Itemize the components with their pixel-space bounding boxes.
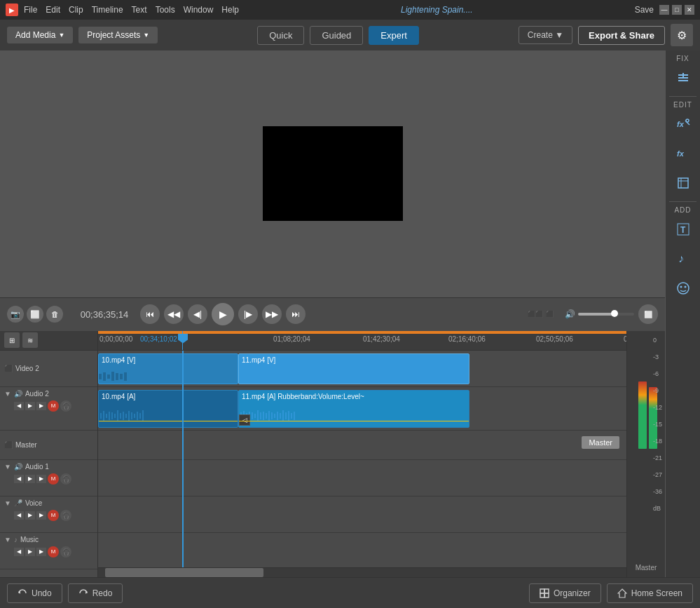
svg-rect-0	[99, 374, 102, 379]
add-emoji-button[interactable]	[671, 276, 696, 301]
music-headphone[interactable]: 🎧	[60, 546, 71, 558]
step-back-button[interactable]: ◀|	[188, 304, 207, 324]
clip-video2-1[interactable]: 10.mp4 [V]	[98, 353, 238, 384]
menu-window[interactable]: Window	[184, 5, 214, 15]
music-mute[interactable]: M	[48, 546, 59, 558]
menu-file[interactable]: File	[24, 5, 37, 15]
step-forward-button[interactable]: |▶	[238, 304, 258, 324]
rewind-button[interactable]: ◀◀	[164, 304, 184, 324]
volume-icon: 🔊	[565, 309, 575, 319]
ruler-time-1: 01;08;20;04	[273, 335, 310, 343]
save-button[interactable]: Save	[635, 5, 654, 15]
bottom-toolbar: Undo Redo Organizer Home Screen	[0, 577, 700, 608]
voice-headphone[interactable]: 🎧	[60, 510, 71, 521]
fullscreen-button[interactable]: ⬜	[638, 304, 658, 324]
home-screen-button[interactable]: Home Screen	[607, 583, 693, 603]
export-share-button[interactable]: Export & Share	[578, 26, 665, 45]
timeline-track-audio2: 10.mp4 [A]	[98, 387, 626, 431]
volume-slider[interactable]	[578, 313, 634, 316]
split-button[interactable]: ⬜	[27, 306, 43, 323]
right-panel: FIX EDIT fx fx ADD	[665, 50, 700, 577]
music-play[interactable]: ▶	[25, 548, 35, 556]
fast-forward-button[interactable]: ▶▶	[262, 304, 282, 324]
audio1-mute[interactable]: M	[48, 473, 59, 485]
organizer-button[interactable]: Organizer	[529, 583, 601, 603]
audio1-play[interactable]: ▶	[25, 475, 35, 483]
edit-fx-button-1[interactable]: fx	[671, 112, 696, 137]
preview-controls: 📷 ⬜ 🗑 00;36;35;14 ⏮ ◀◀ ◀| ▶ |▶ ▶▶ ⏭ ⬛⬛ ⬛…	[0, 297, 665, 331]
rubberband-handle[interactable]: ◁	[239, 414, 250, 426]
svg-rect-22	[142, 410, 144, 421]
menu-tools[interactable]: Tools	[156, 5, 175, 15]
clip-audio2-1[interactable]: 10.mp4 [A]	[98, 390, 238, 428]
add-text-button[interactable]: T	[671, 217, 696, 242]
audio1-prev[interactable]: ◀	[14, 475, 24, 483]
svg-rect-39	[285, 412, 287, 419]
voice-next[interactable]: ▶	[36, 511, 46, 520]
audio1-next[interactable]: ▶	[36, 475, 46, 483]
audio2-play[interactable]: ▶	[25, 402, 35, 410]
clip-audio2-2[interactable]: 11.mp4 [A] Rubberband:Volume:Level~	[238, 390, 469, 428]
audio2-next[interactable]: ▶	[36, 402, 46, 410]
edit-crop-button[interactable]	[671, 170, 696, 196]
vu-label-8: -27	[653, 471, 662, 478]
rewind-start-button[interactable]: ⏮	[140, 304, 160, 324]
add-music-button[interactable]: ♪	[671, 246, 696, 271]
menu-edit[interactable]: Edit	[46, 5, 60, 15]
svg-rect-34	[271, 412, 273, 419]
tab-guided[interactable]: Guided	[310, 26, 363, 45]
add-media-button[interactable]: Add Media ▼	[7, 27, 73, 43]
track-label-music: ▼ ♪ Music ◀ ▶ ▶ M 🎧	[0, 533, 97, 569]
music-expand[interactable]: ▼	[4, 536, 11, 543]
redo-button[interactable]: Redo	[68, 583, 123, 603]
voice-expand[interactable]: ▼	[4, 499, 11, 507]
vu-label-7: -21	[653, 454, 662, 461]
track-tool-wave[interactable]: ≋	[22, 332, 38, 348]
project-assets-button[interactable]: Project Assets ▼	[78, 27, 158, 43]
audio1-expand[interactable]: ▼	[4, 463, 11, 471]
svg-rect-36	[277, 412, 278, 420]
undo-button[interactable]: Undo	[7, 583, 62, 603]
track-label-video2: ⬛ Video 2	[0, 351, 97, 387]
svg-rect-31	[263, 412, 264, 420]
svg-point-57	[678, 283, 689, 294]
music-prev[interactable]: ◀	[14, 548, 24, 556]
edit-fx-button-2[interactable]: fx	[671, 141, 696, 166]
settings-button[interactable]: ⚙	[671, 24, 693, 46]
track-tool-grid[interactable]: ⊞	[4, 332, 20, 348]
timeline-scrollbar[interactable]	[98, 567, 626, 577]
fix-button[interactable]	[671, 65, 696, 90]
track-controls: ⊞ ≋ ⬛ Video 2 ▼ 🔊 Audio 2 ◀	[0, 331, 98, 578]
svg-rect-3	[111, 372, 114, 381]
voice-play[interactable]: ▶	[25, 511, 35, 520]
delete-button[interactable]: 🗑	[46, 306, 63, 323]
forward-end-button[interactable]: ⏭	[286, 304, 306, 324]
audio2-expand[interactable]: ▼	[4, 390, 11, 398]
menu-clip[interactable]: Clip	[69, 5, 83, 15]
close-button[interactable]: ✕	[685, 5, 694, 15]
menu-help[interactable]: Help	[221, 5, 239, 15]
audio1-headphone[interactable]: 🎧	[60, 473, 71, 485]
create-button[interactable]: Create ▼	[519, 26, 572, 44]
menu-timeline[interactable]: Timeline	[92, 5, 123, 15]
top-toolbar: Add Media ▼ Project Assets ▼ Quick Guide…	[0, 20, 700, 50]
master-button[interactable]: Master	[582, 436, 619, 449]
minimize-button[interactable]: —	[659, 5, 669, 15]
snapshot-button[interactable]: 📷	[7, 306, 24, 323]
svg-rect-32	[266, 413, 267, 419]
play-button[interactable]: ▶	[212, 303, 234, 325]
audio2-headphone[interactable]: 🎧	[60, 400, 71, 412]
music-next[interactable]: ▶	[36, 548, 46, 556]
vu-label-4: -12	[653, 404, 662, 411]
voice-prev[interactable]: ◀	[14, 511, 24, 520]
tab-quick[interactable]: Quick	[257, 26, 304, 45]
svg-rect-5	[120, 374, 123, 379]
voice-mute[interactable]: M	[48, 510, 59, 521]
audio2-mute[interactable]: M	[48, 400, 59, 412]
clip-video2-2[interactable]: 11.mp4 [V]	[238, 353, 469, 384]
audio2-prev[interactable]: ◀	[14, 402, 24, 410]
tab-expert[interactable]: Expert	[369, 26, 419, 45]
menu-text[interactable]: Text	[132, 5, 147, 15]
maximize-button[interactable]: □	[672, 5, 682, 15]
fix-label: FIX	[676, 55, 689, 62]
